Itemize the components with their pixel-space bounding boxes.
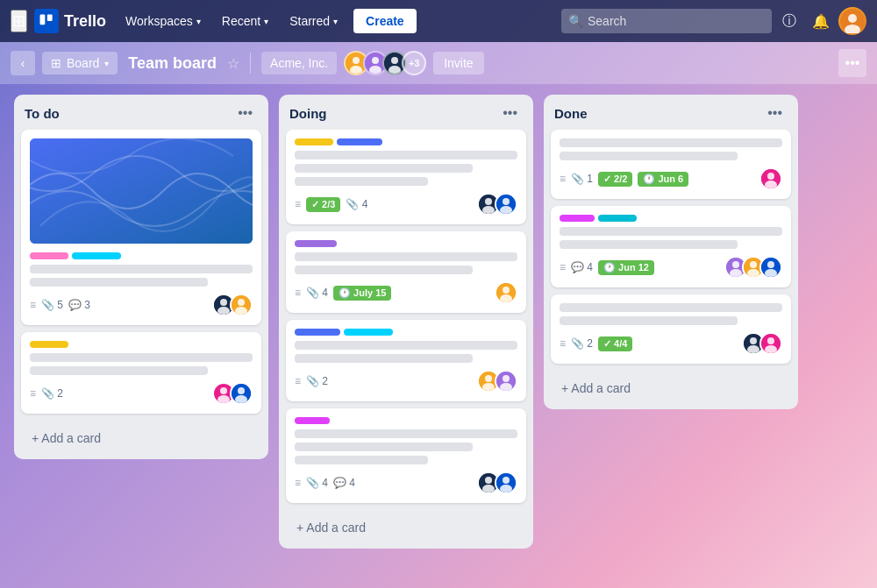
card-text-line xyxy=(295,266,473,274)
add-card-button-doing[interactable]: + Add a card xyxy=(286,514,526,542)
workspaces-menu[interactable]: Workspaces ▾ xyxy=(117,9,210,33)
column-header-done: Done ••• xyxy=(544,95,798,130)
workspace-button[interactable]: Acme, Inc. xyxy=(261,52,337,74)
svg-rect-0 xyxy=(40,15,46,25)
svg-point-40 xyxy=(503,375,510,382)
column-header-todo: To do ••• xyxy=(14,95,268,130)
notifications-icon-button[interactable]: 🔔 xyxy=(807,7,835,35)
svg-point-61 xyxy=(750,337,757,344)
trello-logo[interactable]: Trello xyxy=(34,9,106,33)
card-doing-2[interactable]: ≡ 📎 4 🕐 July 15 xyxy=(286,231,526,313)
attachments-count: 📎 1 xyxy=(571,173,593,185)
card-avatar[interactable] xyxy=(230,294,253,316)
label-magenta xyxy=(560,215,595,222)
card-avatar[interactable] xyxy=(495,471,517,494)
search-input[interactable] xyxy=(561,9,772,33)
card-text-line xyxy=(295,456,428,464)
svg-point-34 xyxy=(503,287,510,294)
svg-rect-1 xyxy=(47,15,53,22)
member-avatars: +3 xyxy=(344,51,426,75)
sidebar-toggle-button[interactable]: ‹ xyxy=(11,51,35,75)
card-cover xyxy=(30,138,253,244)
card-done-2[interactable]: ≡ 💬 4 🕐 Jun 12 xyxy=(551,206,791,287)
card-text-line xyxy=(560,152,738,160)
card-avatars xyxy=(477,370,517,393)
recent-menu[interactable]: Recent ▾ xyxy=(213,9,277,33)
column-menu-done[interactable]: ••• xyxy=(762,103,788,123)
more-options-button[interactable]: ••• xyxy=(838,49,866,77)
column-done: Done ••• ≡ 📎 1 ✓ 2/2 🕐 Jun 6 xyxy=(544,95,798,409)
card-text-line xyxy=(30,353,253,362)
label-pink xyxy=(30,252,68,259)
member-avatar-count[interactable]: +3 xyxy=(402,51,426,75)
card-avatar[interactable] xyxy=(495,281,517,304)
card-labels xyxy=(295,240,517,247)
card-text-line xyxy=(30,265,253,273)
cards-container-done: ≡ 📎 1 ✓ 2/2 🕐 Jun 6 xyxy=(544,130,798,371)
card-text-line xyxy=(295,354,473,363)
info-icon-button[interactable]: ⓘ xyxy=(775,7,803,35)
card-doing-3[interactable]: ≡ 📎 2 xyxy=(286,320,526,401)
svg-point-19 xyxy=(238,299,245,306)
grid-icon[interactable]: ⊞ xyxy=(11,10,27,32)
card-doing-4[interactable]: ≡ 📎 4 💬 4 xyxy=(286,408,526,503)
card-avatar[interactable] xyxy=(759,167,782,190)
user-avatar[interactable] xyxy=(838,7,866,35)
divider xyxy=(250,53,251,74)
svg-point-22 xyxy=(220,387,227,394)
attachments-count: 📎 4 xyxy=(306,287,328,299)
card-done-1[interactable]: ≡ 📎 1 ✓ 2/2 🕐 Jun 6 xyxy=(551,130,791,199)
card-avatar[interactable] xyxy=(495,370,517,393)
svg-point-31 xyxy=(503,198,510,205)
attachments-count: 📎 2 xyxy=(306,375,328,387)
column-title-todo: To do xyxy=(25,106,60,121)
card-labels xyxy=(560,215,782,222)
checklist-badge: ✓ 2/2 xyxy=(598,172,632,187)
invite-button[interactable]: Invite xyxy=(433,52,483,74)
add-card-button-done[interactable]: + Add a card xyxy=(551,374,791,402)
column-title-done: Done xyxy=(554,106,588,121)
description-icon: ≡ xyxy=(295,198,301,210)
card-meta: ≡ 📎 2 xyxy=(30,387,205,400)
svg-point-3 xyxy=(848,14,857,23)
card-meta: ≡ 📎 5 💬 3 xyxy=(30,299,205,311)
cards-container-todo: ≡ 📎 5 💬 3 xyxy=(14,130,268,421)
card-todo-1[interactable]: ≡ 📎 5 💬 3 xyxy=(21,130,261,325)
add-card-button-todo[interactable]: + Add a card xyxy=(21,424,261,452)
column-menu-todo[interactable]: ••• xyxy=(232,103,258,123)
top-nav: ⊞ Trello Workspaces ▾ Recent ▾ Starred ▾… xyxy=(0,0,877,42)
card-labels xyxy=(295,138,517,145)
card-avatars xyxy=(724,256,782,279)
card-avatar[interactable] xyxy=(495,193,517,216)
star-button[interactable]: ☆ xyxy=(227,55,239,72)
card-labels xyxy=(295,417,517,424)
card-meta: ≡ 📎 2 xyxy=(295,375,470,387)
create-button[interactable]: Create xyxy=(353,9,417,33)
card-avatar[interactable] xyxy=(759,256,782,279)
svg-point-6 xyxy=(353,57,360,64)
card-text-line xyxy=(560,138,782,147)
card-text-line xyxy=(295,429,517,438)
board-view-button[interactable]: ⊞ Board ▾ xyxy=(42,52,118,74)
board-content: To do ••• xyxy=(0,84,877,588)
card-avatar[interactable] xyxy=(759,332,782,355)
comments-count: 💬 3 xyxy=(68,299,90,311)
card-footer: ≡ ✓ 2/3 📎 4 xyxy=(295,193,517,216)
card-text-line xyxy=(560,240,738,249)
due-date: 🕐 July 15 xyxy=(333,286,391,301)
card-avatar[interactable] xyxy=(230,382,253,405)
card-done-3[interactable]: ≡ 📎 2 ✓ 4/4 xyxy=(551,294,791,364)
card-avatars xyxy=(477,471,517,494)
description-icon: ≡ xyxy=(560,261,566,273)
card-doing-1[interactable]: ≡ ✓ 2/3 📎 4 xyxy=(286,130,526,224)
column-menu-doing[interactable]: ••• xyxy=(497,103,523,123)
card-todo-2[interactable]: ≡ 📎 2 xyxy=(21,332,261,414)
starred-menu[interactable]: Starred ▾ xyxy=(281,9,346,33)
column-doing: Doing ••• ≡ ✓ 2/3 📎 4 xyxy=(279,95,533,549)
card-text-line xyxy=(560,227,782,236)
label-purple xyxy=(295,240,337,247)
label-blue xyxy=(337,138,382,145)
card-labels xyxy=(295,329,517,336)
svg-point-58 xyxy=(767,261,774,268)
svg-point-55 xyxy=(750,261,757,268)
